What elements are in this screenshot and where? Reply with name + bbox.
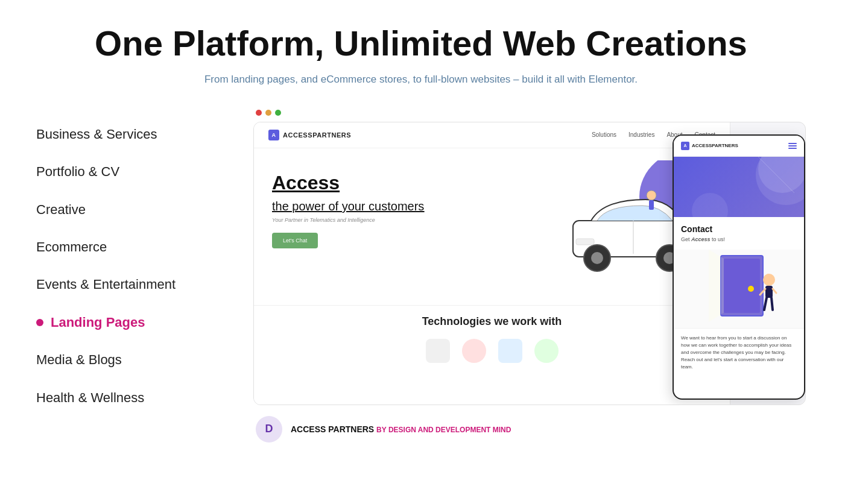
svg-rect-14 [724, 259, 760, 313]
sidebar-item-media-blogs[interactable]: Media & Blogs [36, 341, 229, 379]
svg-rect-18 [765, 286, 773, 298]
svg-point-3 [591, 252, 603, 264]
svg-point-15 [748, 286, 754, 292]
svg-line-20 [773, 289, 776, 293]
svg-rect-9 [649, 200, 654, 210]
mockup-nav-solutions: Solutions [592, 131, 616, 138]
dot-yellow [265, 110, 271, 116]
sidebar-item-label: Business & Services [36, 127, 157, 142]
sidebar-item-business-services[interactable]: Business & Services [36, 116, 229, 153]
sidebar-item-label: Events & Entertainment [36, 277, 176, 292]
phone-mockup: A ACCESSPARTNERS [673, 134, 805, 400]
mockup-tech-title: Technologies we work with [272, 315, 712, 328]
mockup-nav-industries: Industries [628, 131, 654, 138]
svg-point-8 [647, 191, 656, 200]
menu-line-2 [788, 145, 797, 146]
mockup-hero-sub: the power of your customers [272, 200, 424, 213]
page-title: One Platform, Unlimited Web Creations [12, 24, 830, 63]
tech-icon-1 [426, 339, 450, 363]
preview-avatar: D [256, 416, 282, 443]
tech-icon-2 [462, 339, 486, 363]
mockup-nav: A ACCESSPARTNERS Solutions Industries Ab… [254, 122, 730, 148]
preview-by-text: BY DESIGN AND DEVELOPMENT MIND [376, 426, 511, 434]
phone-nav: A ACCESSPARTNERS [674, 136, 804, 157]
page-header: One Platform, Unlimited Web Creations Fr… [0, 0, 842, 104]
sidebar-item-label: Creative [36, 202, 86, 218]
svg-point-11 [692, 193, 728, 217]
svg-marker-16 [709, 250, 724, 322]
phone-contact-subtitle: Get Access to us! [681, 236, 797, 242]
sidebar-item-creative[interactable]: Creative [36, 191, 229, 228]
tech-icon-4 [534, 339, 559, 363]
sidebar: Business & Services Portfolio & CV Creat… [36, 110, 229, 417]
active-dot [36, 319, 43, 326]
preview-area: A ACCESSPARTNERS Solutions Industries Ab… [253, 110, 806, 443]
sidebar-item-label: Ecommerce [36, 239, 107, 255]
menu-line-1 [788, 143, 797, 144]
menu-line-3 [788, 148, 797, 149]
preview-bottom: D ACCESS PARTNERS BY DESIGN AND DEVELOPM… [253, 416, 806, 443]
mockup-logo-icon: A [268, 130, 279, 140]
dot-red [256, 110, 262, 116]
preview-frame: A ACCESSPARTNERS Solutions Industries Ab… [253, 122, 806, 405]
svg-line-21 [764, 298, 767, 310]
mockup-tech-section: Technologies we work with [254, 305, 730, 373]
mockup-cta-button[interactable]: Let's Chat [272, 233, 318, 248]
phone-contact-section: Contact Get Access to us! [674, 217, 804, 250]
desktop-mockup: A ACCESSPARTNERS Solutions Industries Ab… [254, 122, 730, 405]
mockup-logo-text: ACCESSPARTNERS [283, 131, 351, 139]
preview-title-block: ACCESS PARTNERS BY DESIGN AND DEVELOPMEN… [291, 424, 511, 434]
sidebar-item-health-wellness[interactable]: Health & Wellness [36, 379, 229, 417]
phone-logo-text: ACCESSPARTNERS [692, 143, 738, 148]
phone-menu-icon [788, 143, 797, 149]
sidebar-item-events-entertainment[interactable]: Events & Entertainment [36, 266, 229, 303]
sidebar-item-portfolio-cv[interactable]: Portfolio & CV [36, 153, 229, 191]
sidebar-item-label: Portfolio & CV [36, 164, 119, 180]
svg-point-10 [758, 157, 804, 193]
svg-point-17 [763, 274, 775, 286]
tech-icon-3 [498, 339, 522, 363]
phone-hero-bg [674, 157, 804, 217]
svg-line-22 [771, 298, 773, 310]
sidebar-item-label: Landing Pages [51, 315, 145, 330]
preview-company-name: ACCESS PARTNERS [291, 424, 374, 434]
main-content: Business & Services Portfolio & CV Creat… [0, 104, 842, 467]
phone-body-text: We want to hear from you to start a disc… [674, 328, 804, 377]
page-subtitle: From landing pages, and eCommerce stores… [12, 74, 830, 86]
phone-logo-icon: A [681, 142, 689, 150]
dot-green [275, 110, 281, 116]
phone-door-illustration [674, 250, 804, 328]
phone-logo: A ACCESSPARTNERS [681, 142, 738, 150]
mockup-logo: A ACCESSPARTNERS [268, 130, 351, 140]
sidebar-item-label: Health & Wellness [36, 390, 144, 406]
mockup-hero-main: Access [272, 172, 340, 194]
sidebar-item-ecommerce[interactable]: Ecommerce [36, 228, 229, 266]
svg-line-12 [758, 157, 794, 193]
phone-contact-title: Contact [681, 224, 797, 234]
mockup-hero: Access the power of your customers Your … [254, 148, 730, 305]
svg-rect-7 [576, 239, 594, 245]
sidebar-item-landing-pages[interactable]: Landing Pages [36, 304, 229, 341]
window-dots [253, 110, 806, 116]
sidebar-item-label: Media & Blogs [36, 352, 122, 368]
